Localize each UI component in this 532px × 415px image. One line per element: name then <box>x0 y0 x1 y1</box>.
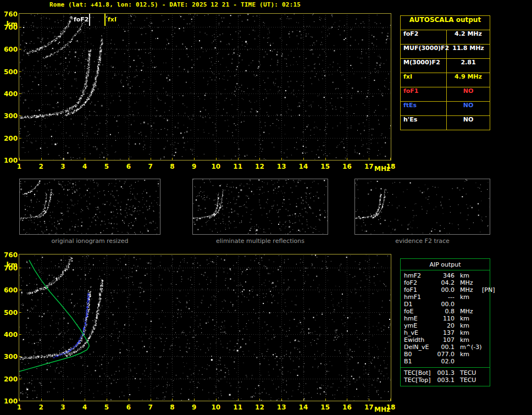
unit-cell: TECU <box>455 377 479 384</box>
unit-cell: TECU <box>455 369 479 377</box>
x-tick-label: 1 <box>17 403 21 411</box>
x-tick-label: 17 <box>364 403 374 411</box>
note-cell: [PN] <box>479 286 495 294</box>
x-tick-label: 10 <box>212 403 221 411</box>
y-tick-label: 700 <box>2 264 18 272</box>
table-row: fxI4.9 MHz <box>401 73 490 87</box>
x-tick-label: 16 <box>342 163 352 170</box>
x-tick-label: 4 <box>82 163 87 170</box>
y-tick-label: 500 <box>2 68 18 76</box>
thumbnail-caption: eliminate multiple reflections <box>192 237 328 245</box>
param-cell: h_vE <box>404 329 436 336</box>
value-cell: NO <box>447 87 490 101</box>
x-tick-label: 12 <box>255 163 264 170</box>
x-tick-label: 3 <box>60 403 65 411</box>
unit-cell: km <box>455 315 479 322</box>
autoscala-header: AUTOSCALA output <box>401 16 490 30</box>
x-tick-label: 12 <box>255 403 264 411</box>
x-tick-label: 7 <box>148 163 152 170</box>
x-tick-label: 17 <box>364 163 374 170</box>
table-row: foF24.2 MHz <box>401 30 490 45</box>
aip-row: hmF2346km <box>401 272 490 279</box>
unit-cell: MHz <box>455 279 479 286</box>
unit-cell: MHz <box>455 286 479 294</box>
x-tick-label: 6 <box>126 403 131 411</box>
note-cell <box>479 272 490 279</box>
param-cell: hmF2 <box>404 272 436 279</box>
unit-cell: km <box>455 294 479 301</box>
aip-row: D100.0 <box>401 301 490 308</box>
bottom-ionogram-canvas <box>19 254 391 401</box>
x-tick-label: 8 <box>170 163 174 170</box>
x-tick-label: 16 <box>342 403 352 411</box>
x-tick-label: 5 <box>104 163 109 170</box>
param-cell: B0 <box>404 351 436 358</box>
x-tick-label: 9 <box>192 163 196 170</box>
station-title: Rome (lat: +41.8, lon: 012.5) - DATE: 20… <box>49 1 301 8</box>
x-tick-label: 2 <box>39 163 43 170</box>
thumbnail-f2-trace <box>354 179 490 235</box>
aip-row: ymE20km <box>401 322 490 329</box>
aip-row: h_vE137km <box>401 329 490 336</box>
top-ionogram-canvas <box>19 14 391 160</box>
y-tick-label: 760 <box>2 251 18 259</box>
note-cell <box>479 344 490 351</box>
x-tick-label: 11 <box>233 403 242 411</box>
thumbnail-no-multiples <box>192 179 328 235</box>
unit-cell: km <box>455 329 479 336</box>
fxi-marker-label: fxI <box>108 16 117 23</box>
value-cell: 110 <box>436 315 455 322</box>
param-cell: foE <box>404 308 436 315</box>
param-cell: h'Es <box>401 116 447 130</box>
note-cell <box>479 351 490 358</box>
y-tick-label: 300 <box>2 112 18 120</box>
note-cell <box>479 308 490 315</box>
param-cell: fxI <box>401 73 447 87</box>
unit-cell: km <box>455 322 479 329</box>
aip-row: foE0.8MHz <box>401 308 490 315</box>
value-cell: 04.2 <box>436 279 455 286</box>
param-cell: TEC[Top] <box>404 377 436 384</box>
top-ionogram-plot <box>19 13 391 161</box>
y-tick-label: 500 <box>2 309 18 317</box>
param-cell: ymE <box>404 322 436 329</box>
value-cell: 077.0 <box>436 351 455 358</box>
x-tick-label: 15 <box>320 163 330 170</box>
table-row: ftEsNO <box>401 102 490 116</box>
aip-table: AIP output hmF2346kmfoF204.2MHzfoF100.0M… <box>400 258 490 386</box>
param-cell: foF1 <box>401 87 447 101</box>
param-cell: M(3000)F2 <box>401 59 447 73</box>
x-tick-label: 15 <box>320 403 330 411</box>
value-cell: 02.0 <box>436 358 455 365</box>
value-cell: 0.8 <box>436 308 455 315</box>
param-cell: hmF1 <box>404 294 436 301</box>
tec-row: TEC[Bot]001.3TECU <box>401 369 490 377</box>
param-cell: foF1 <box>404 286 436 294</box>
table-row: M(3000)F22.81 <box>401 59 490 73</box>
note-cell <box>479 329 490 336</box>
x-tick-label: 9 <box>192 403 196 411</box>
value-cell: 003.1 <box>436 377 455 384</box>
x-tick-label: 14 <box>299 163 308 170</box>
value-cell: 00.0 <box>436 301 455 308</box>
param-cell: foF2 <box>404 279 436 286</box>
param-cell: DelN_vE <box>404 344 436 351</box>
fof2-marker-label: foF2 <box>74 16 89 23</box>
value-cell: NO <box>447 102 490 115</box>
value-cell: 346 <box>436 272 455 279</box>
value-cell: 001.3 <box>436 369 455 377</box>
thumbnail-original-canvas <box>20 179 160 234</box>
param-cell: TEC[Bot] <box>404 369 436 377</box>
aip-row: Ewidth107km <box>401 336 490 344</box>
thumbnail-f2-trace-canvas <box>355 179 490 234</box>
x-tick-label: 5 <box>104 403 109 411</box>
x-tick-label: 6 <box>126 163 131 170</box>
thumbnail-caption: original ionogram resized <box>19 237 160 245</box>
table-row: MUF(3000)F211.8 MHz <box>401 45 490 59</box>
x-tick-label: 11 <box>233 163 242 170</box>
note-cell <box>479 279 490 286</box>
unit-cell <box>455 358 479 365</box>
aip-rows: hmF2346kmfoF204.2MHzfoF100.0MHz[PN]hmF1-… <box>401 270 490 366</box>
aip-row: foF100.0MHz[PN] <box>401 286 490 294</box>
aip-row: foF204.2MHz <box>401 279 490 286</box>
